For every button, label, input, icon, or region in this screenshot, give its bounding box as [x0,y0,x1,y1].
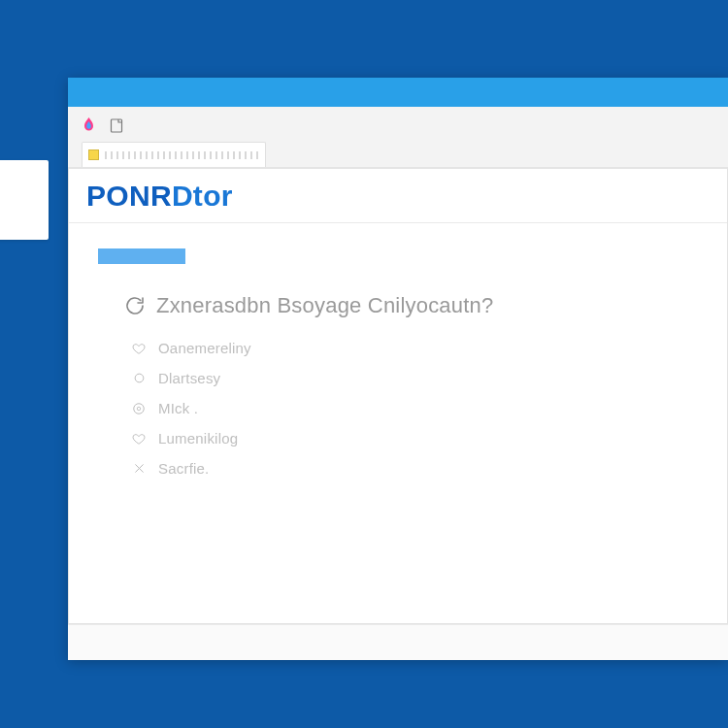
list-item-label: Lumenikilog [158,430,238,447]
svg-point-3 [137,407,141,411]
circle-icon [131,371,147,386]
heart-icon [131,431,147,447]
svg-rect-0 [112,119,122,132]
app-window: PONRDtor Zxnerasdbn Bsoyage Cnilyocautn? [68,78,728,660]
svg-point-1 [135,374,144,382]
background-note-card [0,160,49,240]
app-title: PONRDtor [86,180,233,213]
browser-tab[interactable] [82,142,266,167]
browser-chrome [68,107,728,168]
option-list: Oanemereliny Dlartsesy MIck . [131,340,698,477]
accent-highlight [98,248,185,264]
badge-icon [131,401,147,416]
toolbar [82,115,714,136]
document-icon[interactable] [110,118,123,133]
refresh-icon[interactable] [123,294,147,317]
list-item[interactable]: MIck . [131,400,698,416]
page-heading: Zxnerasdbn Bsoyage Cnilyocautn? [156,293,493,318]
tab-title-placeholder [105,151,259,159]
content-card: PONRDtor Zxnerasdbn Bsoyage Cnilyocautn? [68,168,728,624]
tab-strip [82,142,714,167]
list-item-label: Sacrfie. [158,460,209,477]
list-item-label: MIck . [158,400,198,416]
list-item[interactable]: Oanemereliny [131,340,698,356]
list-item-label: Dlartsesy [158,370,220,386]
svg-point-2 [134,403,145,414]
tab-favicon [88,149,99,160]
app-header: PONRDtor [69,169,727,223]
window-footer-area [68,624,728,660]
page-heading-row: Zxnerasdbn Bsoyage Cnilyocautn? [123,293,698,318]
list-item[interactable]: Lumenikilog [131,430,698,447]
app-title-part-1: PONR [86,180,172,212]
heart-icon [131,341,147,356]
list-item[interactable]: Sacrfie. [131,460,698,477]
list-item-label: Oanemereliny [158,340,251,356]
close-icon [131,461,147,477]
app-flame-icon[interactable] [82,117,96,134]
page-body: Zxnerasdbn Bsoyage Cnilyocautn? Oanemere… [69,223,727,486]
window-title-bar[interactable] [68,78,728,107]
list-item[interactable]: Dlartsesy [131,370,698,386]
app-title-part-2: Dtor [172,180,233,212]
